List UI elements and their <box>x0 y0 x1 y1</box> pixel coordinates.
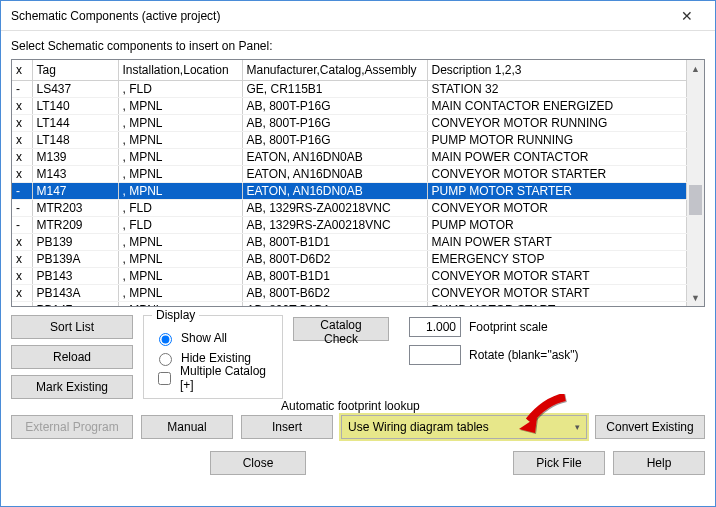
lookup-dropdown[interactable]: Use Wiring diagram tables ▾ <box>341 415 587 439</box>
scroll-thumb[interactable] <box>689 185 702 215</box>
scroll-down-icon[interactable]: ▼ <box>687 289 704 306</box>
table-row[interactable]: xPB143, MPNLAB, 800T-B1D1CONVEYOR MOTOR … <box>12 267 687 284</box>
cell-desc: CONVEYOR MOTOR <box>427 199 687 216</box>
pick-file-button[interactable]: Pick File <box>513 451 605 475</box>
close-button[interactable]: Close <box>210 451 306 475</box>
cell-desc: CONVEYOR MOTOR RUNNING <box>427 114 687 131</box>
cell-tag: LT144 <box>32 114 118 131</box>
show-all-radio[interactable]: Show All <box>154 328 272 348</box>
cell-tag: M147 <box>32 182 118 199</box>
insert-button[interactable]: Insert <box>241 415 333 439</box>
cell-tag: PB139 <box>32 233 118 250</box>
multiple-catalog-label: Multiple Catalog [+] <box>180 364 272 392</box>
cell-tag: PB143 <box>32 267 118 284</box>
cell-x: x <box>12 267 32 284</box>
table-row[interactable]: -M147, MPNLEATON, AN16DN0ABPUMP MOTOR ST… <box>12 182 687 199</box>
cell-desc: PUMP MOTOR <box>427 216 687 233</box>
table-row[interactable]: -MTR203, FLDAB, 1329RS-ZA00218VNCCONVEYO… <box>12 199 687 216</box>
cell-inst: , MPNL <box>118 131 242 148</box>
title-bar: Schematic Components (active project) ✕ <box>1 1 715 31</box>
col-inst[interactable]: Installation,Location <box>118 60 242 80</box>
cell-inst: , FLD <box>118 199 242 216</box>
chevron-down-icon: ▾ <box>575 422 580 432</box>
component-grid: x Tag Installation,Location Manufacturer… <box>11 59 705 307</box>
cell-tag: LT148 <box>32 131 118 148</box>
reload-button[interactable]: Reload <box>11 345 133 369</box>
cell-x: - <box>12 199 32 216</box>
instruction-text: Select Schematic components to insert on… <box>11 39 705 53</box>
catalog-check-button[interactable]: Catalog Check <box>293 317 389 341</box>
cell-inst: , MPNL <box>118 148 242 165</box>
table-row[interactable]: xPB139A, MPNLAB, 800T-D6D2EMERGENCY STOP <box>12 250 687 267</box>
close-icon[interactable]: ✕ <box>667 2 707 30</box>
col-desc[interactable]: Description 1,2,3 <box>427 60 687 80</box>
cell-tag: PB143A <box>32 284 118 301</box>
col-mfg[interactable]: Manufacturer,Catalog,Assembly <box>242 60 427 80</box>
cell-mfg: EATON, AN16DN0AB <box>242 165 427 182</box>
cell-desc: CONVEYOR MOTOR START <box>427 284 687 301</box>
cell-inst: , MPNL <box>118 114 242 131</box>
cell-x: x <box>12 301 32 306</box>
scroll-track[interactable] <box>687 77 704 289</box>
display-group: Display Show All Hide Existing Multiple … <box>143 315 283 399</box>
col-tag[interactable]: Tag <box>32 60 118 80</box>
show-all-radio-input[interactable] <box>159 333 172 346</box>
cell-desc: PUMP MOTOR STARTER <box>427 182 687 199</box>
cell-desc: EMERGENCY STOP <box>427 250 687 267</box>
cell-inst: , MPNL <box>118 267 242 284</box>
cell-tag: MTR209 <box>32 216 118 233</box>
cell-x: - <box>12 182 32 199</box>
table-row[interactable]: xPB143A, MPNLAB, 800T-B6D2CONVEYOR MOTOR… <box>12 284 687 301</box>
table-row[interactable]: xLT140, MPNLAB, 800T-P16GMAIN CONTACTOR … <box>12 97 687 114</box>
multiple-catalog-check[interactable]: Multiple Catalog [+] <box>154 368 272 388</box>
convert-existing-button[interactable]: Convert Existing <box>595 415 705 439</box>
cell-mfg: AB, 800T-B1D1 <box>242 301 427 306</box>
footprint-scale-label: Footprint scale <box>469 320 548 334</box>
cell-desc: CONVEYOR MOTOR STARTER <box>427 165 687 182</box>
cell-desc: PUMP MOTOR RUNNING <box>427 131 687 148</box>
table-row[interactable]: xPB147, MPNLAB, 800T-B1D1PUMP MOTOR STAR… <box>12 301 687 306</box>
window-title: Schematic Components (active project) <box>11 9 667 23</box>
table-row[interactable]: xLT148, MPNLAB, 800T-P16GPUMP MOTOR RUNN… <box>12 131 687 148</box>
cell-x: x <box>12 284 32 301</box>
cell-x: x <box>12 148 32 165</box>
sort-list-button[interactable]: Sort List <box>11 315 133 339</box>
multiple-catalog-input[interactable] <box>158 372 171 385</box>
mark-existing-button[interactable]: Mark Existing <box>11 375 133 399</box>
hide-existing-radio-input[interactable] <box>159 353 172 366</box>
table-row[interactable]: xM139, MPNLEATON, AN16DN0ABMAIN POWER CO… <box>12 148 687 165</box>
table-row[interactable]: -LS437, FLDGE, CR115B1STATION 32 <box>12 80 687 97</box>
cell-inst: , FLD <box>118 216 242 233</box>
table-row[interactable]: -MTR209, FLDAB, 1329RS-ZA00218VNCPUMP MO… <box>12 216 687 233</box>
table-row[interactable]: xLT144, MPNLAB, 800T-P16GCONVEYOR MOTOR … <box>12 114 687 131</box>
cell-mfg: AB, 800T-B6D2 <box>242 284 427 301</box>
cell-tag: PB139A <box>32 250 118 267</box>
cell-mfg: AB, 800T-B1D1 <box>242 267 427 284</box>
cell-desc: MAIN POWER CONTACTOR <box>427 148 687 165</box>
cell-inst: , MPNL <box>118 301 242 306</box>
cell-desc: STATION 32 <box>427 80 687 97</box>
cell-tag: PB147 <box>32 301 118 306</box>
table-row[interactable]: xPB139, MPNLAB, 800T-B1D1MAIN POWER STAR… <box>12 233 687 250</box>
cell-x: x <box>12 233 32 250</box>
cell-x: - <box>12 216 32 233</box>
help-button[interactable]: Help <box>613 451 705 475</box>
table-row[interactable]: xM143, MPNLEATON, AN16DN0ABCONVEYOR MOTO… <box>12 165 687 182</box>
cell-inst: , MPNL <box>118 97 242 114</box>
cell-inst: , FLD <box>118 80 242 97</box>
cell-mfg: AB, 800T-P16G <box>242 97 427 114</box>
cell-mfg: AB, 1329RS-ZA00218VNC <box>242 216 427 233</box>
cell-desc: PUMP MOTOR START <box>427 301 687 306</box>
rotate-label: Rotate (blank="ask") <box>469 348 579 362</box>
cell-x: x <box>12 250 32 267</box>
cell-mfg: AB, 800T-B1D1 <box>242 233 427 250</box>
footprint-scale-input[interactable] <box>409 317 461 337</box>
manual-button[interactable]: Manual <box>141 415 233 439</box>
cell-tag: LT140 <box>32 97 118 114</box>
col-x[interactable]: x <box>12 60 32 80</box>
scroll-up-icon[interactable]: ▲ <box>687 60 704 77</box>
cell-inst: , MPNL <box>118 250 242 267</box>
rotate-input[interactable] <box>409 345 461 365</box>
cell-desc: CONVEYOR MOTOR START <box>427 267 687 284</box>
grid-scrollbar[interactable]: ▲ ▼ <box>687 60 704 306</box>
